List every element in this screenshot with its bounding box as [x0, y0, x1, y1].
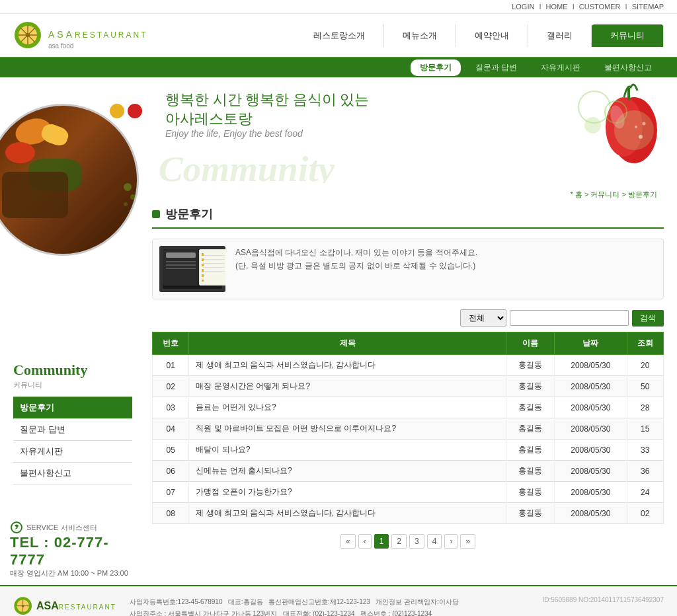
cell-title[interactable]: 제 생애 최고의 음식과 서비스였습니다, 감사합니다 [189, 503, 506, 524]
cell-views: 33 [627, 440, 663, 461]
service-title: SERVICE 서비스센터 [26, 522, 97, 533]
logo-icon [13, 20, 43, 50]
col-views: 조회 [627, 332, 663, 355]
footer-watermark: ID:5605889 NO:20140117115736492307 [472, 596, 664, 603]
content-area: 행복한 시간 행복한 음식이 있는 아사레스토랑 Enjoy the life,… [145, 77, 677, 585]
cell-name: 홍길동 [506, 376, 554, 397]
sidebar-menu-area: Community 커뮤니티 방문후기 질문과 답변 자유게시판 불편사항신고 [0, 355, 145, 491]
nav-item-gallery[interactable]: 갤러리 [528, 24, 592, 47]
svg-point-19 [22, 605, 24, 607]
hero-banner: 행복한 시간 행복한 음식이 있는 아사레스토랑 Enjoy the life,… [152, 77, 664, 183]
cell-date: 2008/05/30 [555, 418, 627, 440]
desc-text: ASA음식점에 다녀오신 소감이나, 재미 있는 이야기 등을 적어주세요. (… [235, 246, 477, 273]
logo-text: ASARESTAURANT asa food [48, 21, 147, 50]
nav-item-community[interactable]: 커뮤니티 [592, 24, 664, 47]
login-link[interactable]: LOGIN [512, 3, 534, 11]
svg-point-6 [26, 33, 30, 37]
cell-views: 24 [627, 482, 663, 503]
page-title: 방문후기 [165, 206, 213, 222]
page-1[interactable]: 1 [374, 534, 389, 549]
table-row: 03 음료는 어떤게 있나요? 홍길동 2008/05/30 28 [153, 397, 664, 418]
search-bar: 전체 검색 [152, 309, 664, 327]
cell-no: 02 [153, 376, 189, 397]
cell-date: 2008/05/30 [555, 482, 627, 503]
page-2[interactable]: 2 [391, 534, 407, 549]
search-category-select[interactable]: 전체 [460, 309, 506, 327]
pagination: « ‹ 1 2 3 4 › » [152, 534, 664, 549]
cell-title[interactable]: 신메뉴는 언제 출시되나요? [189, 461, 506, 482]
cell-views: 20 [627, 355, 663, 376]
nav-item-reservation[interactable]: 예약안내 [456, 24, 528, 47]
page-last[interactable]: » [460, 534, 475, 549]
service-hours: 매장 영업시간 AM 10:00 ~ PM 23:00 [10, 568, 136, 578]
table-row: 05 배달이 되나요? 홍길동 2008/05/30 33 [153, 440, 664, 461]
table-row: 06 신메뉴는 언제 출시되나요? 홍길동 2008/05/30 36 [153, 461, 664, 482]
sidebar: Community 커뮤니티 방문후기 질문과 답변 자유게시판 불편사항신고 [0, 77, 145, 585]
service-tel: TEL : 02-777-7777 [10, 534, 136, 568]
page-next[interactable]: › [444, 534, 458, 549]
cell-no: 06 [153, 461, 189, 482]
page-first[interactable]: « [340, 534, 356, 549]
separator3: I [625, 3, 627, 11]
home-link[interactable]: HOME [546, 3, 568, 11]
sidebar-item-qna[interactable]: 질문과 답변 [13, 419, 132, 441]
cell-title[interactable]: 매장 운영시간은 어떻게 되나요? [189, 376, 506, 397]
cell-no: 08 [153, 503, 189, 524]
service-icon [10, 521, 23, 534]
green-dots [124, 183, 136, 206]
sitemap-link[interactable]: SITEMAP [632, 3, 664, 11]
subnav-freeboard[interactable]: 자유게시판 [529, 58, 592, 77]
logo-area: ASARESTAURANT asa food [13, 20, 159, 50]
page-title-icon [152, 210, 160, 218]
community-watermark: Community [159, 148, 335, 183]
nav-item-menu[interactable]: 메뉴소개 [384, 24, 456, 47]
page-4[interactable]: 4 [427, 534, 442, 549]
cell-no: 07 [153, 482, 189, 503]
subnav-qna[interactable]: 질문과 답변 [463, 58, 529, 77]
customer-link[interactable]: CUSTOMER [579, 3, 621, 11]
cell-name: 홍길동 [506, 503, 554, 524]
cell-name: 홍길동 [506, 482, 554, 503]
search-button[interactable]: 검색 [632, 310, 664, 327]
header: ASARESTAURANT asa food 레스토랑소개 메뉴소개 예약안내 … [0, 14, 677, 58]
top-bar: LOGIN I HOME I CUSTOMER I SITEMAP [0, 0, 677, 14]
subnav-complaint[interactable]: 불편사항신고 [592, 58, 664, 77]
cell-date: 2008/05/30 [555, 355, 627, 376]
page-prev[interactable]: ‹ [358, 534, 372, 549]
cell-name: 홍길동 [506, 440, 554, 461]
cell-views: 15 [627, 418, 663, 440]
cell-views: 28 [627, 397, 663, 418]
cell-views: 50 [627, 376, 663, 397]
separator2: I [573, 3, 575, 11]
cell-views: 36 [627, 461, 663, 482]
table-header-row: 번호 제목 이름 날짜 조회 [153, 332, 664, 355]
cell-title[interactable]: 가맹점 오픈이 가능한가요? [189, 482, 506, 503]
nav-item-about[interactable]: 레스토랑소개 [295, 24, 384, 47]
cell-views: 02 [627, 503, 663, 524]
footer: ASARESTAURANT 사업자등록번호:123-45-678910 대표:홍… [0, 585, 677, 616]
footer-logo-text: ASARESTAURANT [36, 600, 116, 612]
cell-no: 03 [153, 397, 189, 418]
search-input[interactable] [510, 310, 629, 326]
subnav-review[interactable]: 방문후기 [408, 58, 463, 77]
table-row: 07 가맹점 오픈이 가능한가요? 홍길동 2008/05/30 24 [153, 482, 664, 503]
cell-date: 2008/05/30 [555, 503, 627, 524]
footer-logo: ASARESTAURANT [13, 596, 116, 616]
cell-title[interactable]: 음료는 어떤게 있나요? [189, 397, 506, 418]
food-image [0, 77, 145, 355]
page-3[interactable]: 3 [409, 534, 424, 549]
sidebar-item-review[interactable]: 방문후기 [13, 397, 132, 419]
table-row: 01 제 생애 최고의 음식과 서비스였습니다, 감사합니다 홍길동 2008/… [153, 355, 664, 376]
col-name: 이름 [506, 332, 554, 355]
cell-title[interactable]: 배달이 되나요? [189, 440, 506, 461]
sidebar-item-freeboard[interactable]: 자유게시판 [13, 441, 132, 463]
col-title: 제목 [189, 332, 506, 355]
cell-no: 04 [153, 418, 189, 440]
sub-nav: 방문후기 질문과 답변 자유게시판 불편사항신고 [0, 58, 677, 77]
separator1: I [539, 3, 541, 11]
col-no: 번호 [153, 332, 189, 355]
cell-title[interactable]: 직원 및 아르바이트 모집은 어떤 방식으로 이루어지나요? [189, 418, 506, 440]
sidebar-item-complaint[interactable]: 불편사항신고 [13, 463, 132, 484]
cell-title[interactable]: 제 생애 최고의 음식과 서비스였습니다, 감사합니다 [189, 355, 506, 376]
logo-sub: asa food [48, 42, 147, 50]
